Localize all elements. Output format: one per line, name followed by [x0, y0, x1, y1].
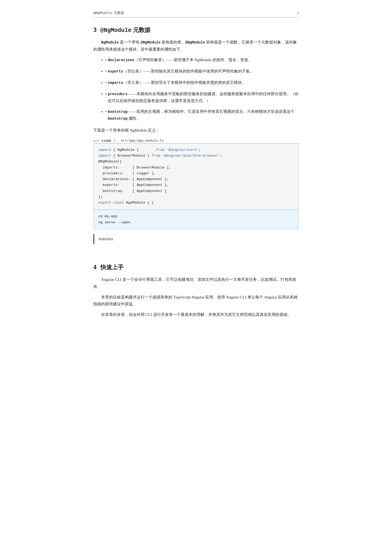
declarations-code: declarations — [108, 58, 134, 62]
page-header: @NgModule 元数据 2 — [93, 11, 299, 18]
section-3-code: @NgModule — [100, 27, 132, 34]
section-4-number: 4 — [93, 264, 100, 271]
section-4-para1: Angular CLI 是一个命令行界面工具，它可以创建项目、添加文件以及执行一… — [93, 276, 299, 290]
list-item: • exports（导出表）——那些能在其它模块的组件模板中使用的可声明对象的子… — [101, 68, 299, 75]
section-4-heading: 4 快速上手 — [93, 263, 299, 271]
list-item: • providers ——本模块向全局服务中贡献的那些服务的创建器。这些服务能… — [101, 90, 299, 104]
code-label-filename: src/app/app.module.ts — [121, 139, 164, 143]
blockquote: blablabla — [93, 234, 299, 244]
imports-code: imports — [108, 81, 123, 85]
section-3-intro: NgModule 是一个带有 @NgModule 装饰器的类。@NgModule… — [93, 39, 299, 53]
pre-code-text: 下面是一个简单的根 NgModule 定义： — [93, 127, 299, 134]
shell-block: cd my-app ng serve --open — [93, 210, 299, 229]
code-label-number: 1： — [114, 138, 119, 143]
section-3-heading: 3 @NgModule 元数据 — [93, 26, 299, 34]
page-number: 2 — [297, 11, 299, 15]
code-icon: </> — [93, 139, 99, 143]
list-item: • imports（导入表）——那些导出了本模块中的组件模板所需的类的其它模块。 — [101, 79, 299, 87]
header-title: @NgModule 元数据 — [93, 11, 124, 15]
code-block-main: import { NgModule } from '@angular/core'… — [93, 143, 299, 210]
decorator-inline: @NgModule — [141, 40, 161, 45]
section-3-suffix: 元数据 — [131, 27, 150, 33]
section-4: 4 快速上手 Angular CLI 是一个命令行界面工具，它可以创建项目、添加… — [93, 263, 299, 318]
bootstrap-code2: bootstrap — [108, 117, 128, 121]
code-label-word: CODE — [101, 139, 111, 143]
section-3-number: 3 — [93, 27, 100, 33]
property-list: • declarations（可声明对象表）——那些属于本 NgModule 的… — [101, 56, 299, 122]
ngmodule-inline: NgModule — [101, 40, 119, 45]
blockquote-text: blablabla — [99, 237, 113, 241]
decorator-inline2: @NgModule — [185, 40, 205, 45]
providers-code: providers — [108, 92, 128, 96]
bootstrap-code: bootstrap — [108, 110, 128, 114]
list-item: • declarations（可声明对象表）——那些属于本 NgModule 的… — [101, 56, 299, 64]
section-4-para2: 本章的目标是构建并运行一个超级简单的 TypeScript Angular 应用… — [93, 294, 299, 308]
section-4-text: 快速上手 — [100, 264, 124, 271]
list-item: • bootstrap ——应用的主视图，称为根组件。它是应用中所有其它视图的宿… — [101, 108, 299, 122]
code-label: </> CODE 1： src/app/app.module.ts — [93, 138, 299, 143]
section-3: 3 @NgModule 元数据 NgModule 是一个带有 @NgModule… — [93, 26, 299, 244]
section-4-para3: 在本章的末尾，你会对用 CLI 进行开发有一个最基本的理解，并将其作为其它文档范… — [93, 311, 299, 318]
exports-code: exports — [108, 69, 123, 74]
